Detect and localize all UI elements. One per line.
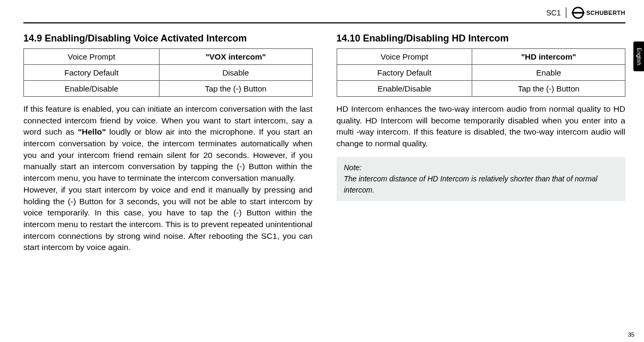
left-paragraph-1: If this feature is enabled, you can init… [23,103,313,184]
left-column: 14.9 Enabling/Disabling Voice Activated … [23,33,313,253]
left-paragraph-2: However, if you start intercom by voice … [23,184,313,253]
cell: Factory Default [24,65,160,81]
note-box: Note: The intercom distance of HD Interc… [337,157,626,201]
cell: Voice Prompt [24,49,160,65]
model-label: SC1 [546,9,561,17]
section-title-left: 14.9 Enabling/Disabling Voice Activated … [23,33,313,44]
section-title-right: 14.10 Enabling/Disabling HD Intercom [337,33,626,44]
page-number: 35 [628,331,634,338]
right-column: 14.10 Enabling/Disabling HD Intercom Voi… [337,33,626,253]
hd-table: Voice Prompt"HD intercom" Factory Defaul… [337,48,626,97]
header-rule [23,22,625,23]
vox-table: Voice Prompt"VOX intercom" Factory Defau… [23,48,313,97]
svg-rect-1 [572,12,584,14]
cell: Factory Default [337,65,472,81]
brand-logo: SCHUBERTH [572,6,625,19]
header-divider [566,7,566,18]
right-paragraph: HD Intercom enhances the two-way interco… [337,103,626,149]
highlight-hello: "Hello" [78,127,106,136]
note-title: Note: [344,162,618,173]
cell: Voice Prompt [337,49,472,65]
language-tab: English [633,41,644,71]
brand-text: SCHUBERTH [586,10,625,16]
cell: Tap the (-) Button [472,81,625,97]
header: SC1 SCHUBERTH [23,5,625,20]
cell: Disable [159,65,312,81]
cell: "HD intercom" [472,49,625,65]
content-columns: 14.9 Enabling/Disabling Voice Activated … [23,33,625,253]
logo-icon [572,6,584,19]
page: SC1 SCHUBERTH 14.9 Enabling/Disabling Vo… [0,0,644,342]
cell: Enable/Disable [337,81,472,97]
cell: "VOX intercom" [159,49,312,65]
note-body: The intercom distance of HD Intercom is … [344,173,618,196]
cell: Enable/Disable [24,81,160,97]
cell: Tap the (-) Button [159,81,312,97]
cell: Enable [472,65,625,81]
